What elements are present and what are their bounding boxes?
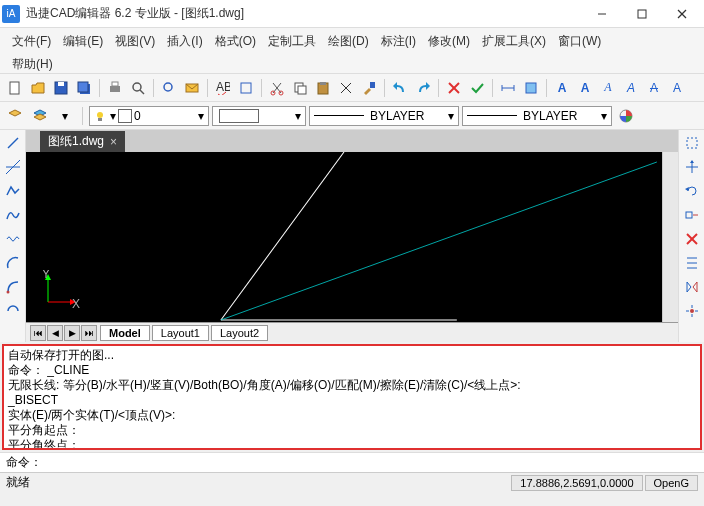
text-a6[interactable]: A <box>666 77 688 99</box>
print-button[interactable] <box>104 77 126 99</box>
explode-tool[interactable] <box>681 300 703 322</box>
paste-button[interactable] <box>312 77 334 99</box>
cmd-l5: 实体(E)/两个实体(T)/<顶点(V)>: <box>8 408 696 423</box>
minimize-button[interactable] <box>582 1 622 27</box>
menu-annotate[interactable]: 标注(I) <box>375 31 422 52</box>
menu-modify[interactable]: 修改(M) <box>422 31 476 52</box>
svg-rect-9 <box>110 86 120 92</box>
delete-button[interactable] <box>335 77 357 99</box>
linetype-combo[interactable]: BYLAYER ▾ <box>309 106 459 126</box>
saveall-button[interactable] <box>73 77 95 99</box>
audit-button[interactable] <box>235 77 257 99</box>
arc-tool[interactable] <box>2 252 24 274</box>
command-input-row: 命令： <box>0 452 704 472</box>
menu-custom[interactable]: 定制工具 <box>262 31 322 52</box>
line-tool[interactable] <box>2 132 24 154</box>
spell-button[interactable]: ABC <box>212 77 234 99</box>
svg-rect-8 <box>78 82 88 92</box>
menu-help[interactable]: 帮助(H) <box>6 54 59 75</box>
polyline-tool[interactable] <box>2 180 24 202</box>
document-tabs: 图纸1.dwg × <box>26 130 678 152</box>
text-a1[interactable]: A <box>551 77 573 99</box>
menu-file[interactable]: 文件(F) <box>6 31 57 52</box>
layout-tabs: ⏮ ◀ ▶ ⏭ Model Layout1 Layout2 <box>26 322 678 342</box>
confirm-check-button[interactable] <box>466 77 488 99</box>
status-coords: 17.8886,2.5691,0.0000 <box>511 475 642 491</box>
layer2-button[interactable] <box>29 105 51 127</box>
command-prompt-label: 命令： <box>6 454 42 471</box>
copy-button[interactable] <box>289 77 311 99</box>
cmd-l7: 平分角终点： <box>8 438 696 450</box>
offset-tool[interactable] <box>681 252 703 274</box>
move-tool[interactable] <box>681 156 703 178</box>
svg-point-11 <box>133 83 141 91</box>
save-button[interactable] <box>50 77 72 99</box>
vscroll[interactable] <box>662 152 678 322</box>
tab-model[interactable]: Model <box>100 325 150 341</box>
redo-button[interactable] <box>412 77 434 99</box>
stretch-tool[interactable] <box>681 204 703 226</box>
rotate-tool[interactable] <box>681 180 703 202</box>
close-button[interactable] <box>662 1 702 27</box>
layer1-button[interactable] <box>4 105 26 127</box>
spline-tool[interactable] <box>2 204 24 226</box>
svg-marker-49 <box>690 160 694 163</box>
layer-dd[interactable]: ▾ <box>54 105 76 127</box>
cmd-l1: 自动保存打开的图... <box>8 348 696 363</box>
doc-tab-close[interactable]: × <box>110 135 117 149</box>
preview-button[interactable] <box>127 77 149 99</box>
menu-view[interactable]: 视图(V) <box>109 31 161 52</box>
layer-combo[interactable]: ▾ 0 ▾ <box>89 106 209 126</box>
tab-first[interactable]: ⏮ <box>30 325 46 341</box>
arc3-tool[interactable] <box>2 300 24 322</box>
menu-edit[interactable]: 编辑(E) <box>57 31 109 52</box>
draw-toolbar <box>0 130 26 342</box>
cut-button[interactable] <box>266 77 288 99</box>
menu-ext[interactable]: 扩展工具(X) <box>476 31 552 52</box>
match-button[interactable] <box>358 77 380 99</box>
text-a3[interactable]: A <box>597 77 619 99</box>
app-icon: iA <box>2 5 20 23</box>
email-button[interactable] <box>181 77 203 99</box>
lineweight-combo[interactable]: BYLAYER ▾ <box>462 106 612 126</box>
tab-next[interactable]: ▶ <box>64 325 80 341</box>
svg-line-35 <box>8 138 18 148</box>
ucs-icon: Y X <box>40 270 80 310</box>
standard-toolbar: ABC A A A A A A <box>0 74 704 102</box>
text-a2[interactable]: A <box>574 77 596 99</box>
doc-tab-active[interactable]: 图纸1.dwg × <box>40 131 125 152</box>
menu-draw[interactable]: 绘图(D) <box>322 31 375 52</box>
drawing-canvas[interactable]: Y X <box>26 152 662 322</box>
freehand-tool[interactable] <box>2 228 24 250</box>
window-title: 迅捷CAD编辑器 6.2 专业版 - [图纸1.dwg] <box>26 5 582 22</box>
xline-tool[interactable] <box>2 156 24 178</box>
select-tool[interactable] <box>681 132 703 154</box>
svg-point-13 <box>164 83 172 91</box>
color-combo[interactable]: ▾ <box>212 106 306 126</box>
tab-layout1[interactable]: Layout1 <box>152 325 209 341</box>
tab-layout2[interactable]: Layout2 <box>211 325 268 341</box>
text-a4[interactable]: A <box>620 77 642 99</box>
erase-tool[interactable] <box>681 228 703 250</box>
mirror-tool[interactable] <box>681 276 703 298</box>
tab-prev[interactable]: ◀ <box>47 325 63 341</box>
open-button[interactable] <box>27 77 49 99</box>
command-history[interactable]: 自动保存打开的图... 命令： _CLINE 无限长线: 等分(B)/水平(H)… <box>2 344 702 450</box>
undo-button[interactable] <box>389 77 411 99</box>
text-a5[interactable]: A <box>643 77 665 99</box>
menu-format[interactable]: 格式(O) <box>209 31 262 52</box>
dist-button[interactable] <box>497 77 519 99</box>
tab-last[interactable]: ⏭ <box>81 325 97 341</box>
command-input[interactable] <box>46 456 698 470</box>
menu-insert[interactable]: 插入(I) <box>161 31 208 52</box>
menu-window[interactable]: 窗口(W) <box>552 31 607 52</box>
area-button[interactable] <box>520 77 542 99</box>
find-button[interactable] <box>158 77 180 99</box>
color-wheel-button[interactable] <box>615 105 637 127</box>
svg-point-54 <box>690 309 694 313</box>
maximize-button[interactable] <box>622 1 662 27</box>
svg-point-38 <box>6 291 9 294</box>
arc2-tool[interactable] <box>2 276 24 298</box>
cancel-x-button[interactable] <box>443 77 465 99</box>
new-button[interactable] <box>4 77 26 99</box>
